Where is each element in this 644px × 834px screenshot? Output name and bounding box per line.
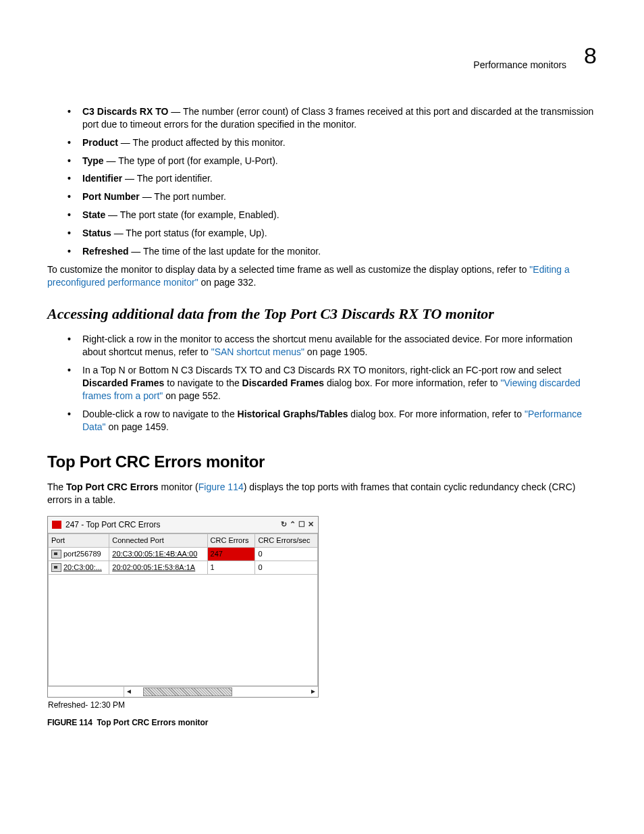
list-item: Status — The port status (for example, U… [68,227,597,240]
list-item: Right-click a row in the monitor to acce… [68,333,597,359]
text: Double-click a row to navigate to the [82,409,238,419]
term: Refreshed [82,246,128,257]
link-figure-114[interactable]: Figure 114 [198,481,244,492]
bold-text: Discarded Frames [82,377,164,388]
port-icon [51,550,61,558]
cell-port: port256789 [49,547,109,561]
link-san-shortcut-menus[interactable]: "SAN shortcut menus" [211,346,304,357]
cell-port: 20:C3:00:... [49,561,109,574]
scroll-left-icon[interactable]: ◄ [124,687,134,697]
text: to navigate to the [164,377,242,388]
cell-connected-port: 20:02:00:05:1E:53:8A:1A [109,561,207,574]
definition: — The port state (for example, Enabled). [105,209,279,220]
list-item: In a Top N or Bottom N C3 Discards TX TO… [68,364,597,402]
figure-number: FIGURE 114 [47,718,92,727]
text: To customize the monitor to display data… [47,264,529,275]
term: Identifier [82,173,122,184]
col-connected-port[interactable]: Connected Port [109,533,207,547]
col-port[interactable]: Port [49,533,109,547]
heading-accessing-additional-data: Accessing additional data from the Top P… [47,304,597,324]
cell-crc-errors-sec: 0 [255,561,318,574]
bold-text: Discarded Frames [242,377,324,388]
customize-paragraph: To customize the monitor to display data… [47,263,597,289]
list-item: Double-click a row to navigate to the Hi… [68,408,597,434]
term: State [82,209,105,220]
list-item: Refreshed — The time of the last update … [68,245,597,258]
refreshed-label: Refreshed- 12:30 PM [47,698,597,710]
close-icon[interactable]: ✕ [308,519,314,529]
definition: — The time of the last update for the mo… [128,246,321,257]
monitor-titlebar: 247 - Top Port CRC Errors ↻ ⌃ ☐ ✕ [48,517,318,533]
term: Status [82,228,111,238]
definition-list: C3 Discards RX TO — The number (error co… [68,105,597,258]
text: on page 332. [198,277,257,288]
bold-text: Top Port CRC Errors [66,481,159,492]
definition: — The product affected by this monitor. [118,137,286,148]
term: Product [82,137,118,148]
cell-crc-errors: 1 [207,561,255,574]
list-item: Type — The type of port (for example, U-… [68,155,597,167]
figure-caption: FIGURE 114 Top Port CRC Errors monitor [47,717,597,728]
col-crc-errors-sec[interactable]: CRC Errors/sec [255,533,318,547]
collapse-icon[interactable]: ⌃ [290,519,296,529]
col-crc-errors[interactable]: CRC Errors [207,533,255,547]
port-label: port256789 [63,550,101,558]
term: Port Number [82,191,140,202]
scrollbar-thumb[interactable] [143,687,232,696]
text: on page 1459. [106,421,169,432]
figure-title: Top Port CRC Errors monitor [97,718,208,727]
monitor-title: 247 - Top Port CRC Errors [65,519,161,530]
list-item: Product — The product affected by this m… [68,136,597,149]
text: on page 552. [163,390,221,401]
chapter-number: 8 [584,41,597,72]
text: on page 1905. [304,346,367,357]
heading-top-port-crc-errors: Top Port CRC Errors monitor [47,451,597,473]
table-row[interactable]: port256789 20:C3:00:05:1E:4B:AA:00 247 0 [49,547,318,561]
maximize-icon[interactable]: ☐ [298,519,305,529]
cell-crc-errors-sec: 0 [255,547,318,561]
access-list: Right-click a row in the monitor to acce… [68,333,597,433]
term: C3 Discards RX TO [82,106,168,117]
definition: — The port status (for example, Up). [111,228,267,238]
page-header-title: Performance monitors [473,59,566,72]
text: dialog box. For more information, refer … [348,409,524,419]
monitor-panel: 247 - Top Port CRC Errors ↻ ⌃ ☐ ✕ Port C… [47,516,319,698]
bold-text: Historical Graphs/Tables [238,409,348,419]
text: The [47,481,66,492]
table-row[interactable]: 20:C3:00:... 20:02:00:05:1E:53:8A:1A 1 0 [49,561,318,574]
horizontal-scrollbar[interactable]: ◄ ► [48,686,318,697]
monitor-table: Port Connected Port CRC Errors CRC Error… [48,533,318,686]
table-header-row: Port Connected Port CRC Errors CRC Error… [49,533,318,547]
wwn-link[interactable]: 20:02:00:05:1E:53:8A:1A [112,563,195,571]
cell-crc-errors: 247 [207,547,255,561]
wwn-link[interactable]: 20:C3:00:05:1E:4B:AA:00 [112,550,197,558]
definition: — The type of port (for example, U-Port)… [104,155,278,166]
scrollbar-spacer [48,687,124,697]
refresh-icon[interactable]: ↻ [281,519,287,529]
color-swatch-icon [52,521,61,529]
scroll-right-icon[interactable]: ► [308,687,318,697]
definition: — The port identifier. [122,173,213,184]
port-icon [51,563,61,572]
text: dialog box. For more information, refer … [324,377,500,388]
definition: — The port number. [140,191,226,202]
cell-connected-port: 20:C3:00:05:1E:4B:AA:00 [109,547,207,561]
text: monitor ( [159,481,198,492]
scrollbar-track[interactable] [134,687,308,697]
port-link[interactable]: 20:C3:00:... [63,563,102,571]
list-item: Identifier — The port identifier. [68,172,597,185]
table-empty-area [49,574,318,685]
list-item: C3 Discards RX TO — The number (error co… [68,105,597,131]
term: Type [82,155,104,166]
list-item: State — The port state (for example, Ena… [68,209,597,221]
top-port-paragraph: The Top Port CRC Errors monitor (Figure … [47,481,597,506]
text: In a Top N or Bottom N C3 Discards TX TO… [82,365,562,375]
list-item: Port Number — The port number. [68,190,597,203]
